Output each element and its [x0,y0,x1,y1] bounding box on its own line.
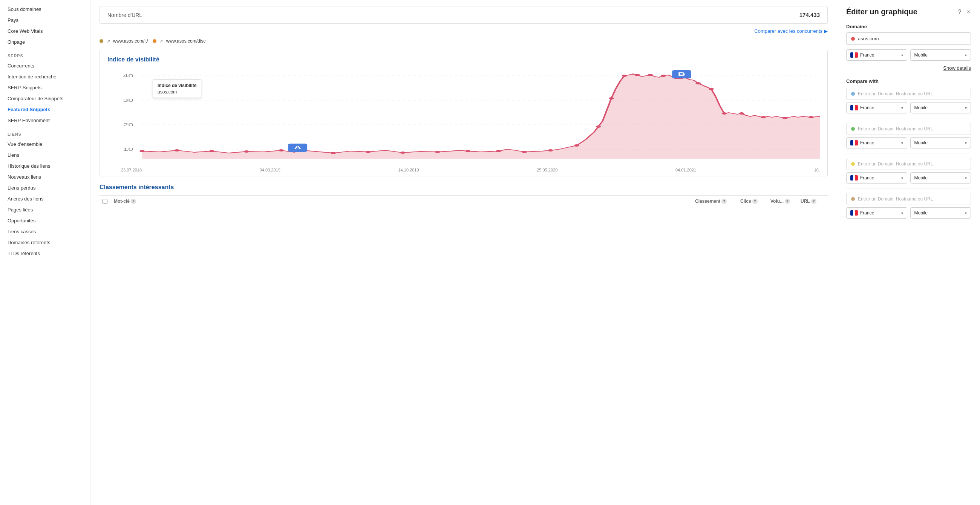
sidebar-item-domaines-referents[interactable]: Domaines référents [0,237,90,248]
compare-competitors-row[interactable]: Comparer avec les concurrents ▶ [100,28,828,34]
france-flag-icon [850,52,858,58]
compare-input-box-1[interactable]: Entrer un Domain, Hostname ou URL [846,88,971,100]
compare-dot-2 [851,127,855,131]
panel-title: Éditer un graphique [846,8,918,16]
chart-svg: 40 30 20 10 [107,68,820,166]
compare-flag-1 [850,105,858,110]
compare-input-box-3[interactable]: Entrer un Domain, Hostname ou URL [846,158,971,170]
chart-area[interactable]: Indice de visibilité asos.com 40 30 [107,68,820,166]
svg-point-17 [400,151,406,154]
col-classement: Classement ? [692,199,737,204]
sidebar-item-nouveaux-liens[interactable]: Nouveaux liens [0,172,90,183]
compare-device-chevron-1: ▾ [965,106,967,110]
col-url-help[interactable]: ? [811,199,816,204]
sidebar-item-liens[interactable]: Liens [0,149,90,160]
compare-country-chevron-4: ▾ [901,211,903,215]
svg-point-10 [174,149,180,151]
col-classement-help[interactable]: ? [721,199,727,204]
compare-dot-4 [851,197,855,201]
sidebar-item-opportunites[interactable]: Opportunités [0,215,90,226]
sidebar-item-onpage[interactable]: Onpage [0,37,90,48]
stat-bar-label: Nombre d'URL [107,12,142,18]
compare-device-select-1[interactable]: Mobile ▾ [910,102,971,113]
col-mot-cle: Mot-clé ? [111,199,692,204]
x-label-5: 04.01.2021 [675,168,696,172]
sidebar-item-concurrents[interactable]: Concurrents [0,60,90,71]
compare-input-group-1: Entrer un Domain, Hostname ou URL France… [846,88,971,113]
competitor-url-2: www.asos.com/disc [166,38,206,44]
chart-title: Indice de visibilité [107,56,820,63]
svg-point-11 [209,150,215,152]
sidebar-item-sous-domaines[interactable]: Sous domaines [0,4,90,15]
svg-text:A: A [294,145,302,150]
domain-label: Domaine [846,24,971,29]
compare-device-select-3[interactable]: Mobile ▾ [910,172,971,184]
compare-country-chevron-3: ▾ [901,176,903,180]
panel-help-button[interactable]: ? [958,8,962,16]
sidebar-item-tlds-referents[interactable]: TLDs référents [0,248,90,259]
sidebar-item-liens-perdus[interactable]: Liens perdus [0,183,90,193]
col-mot-cle-help[interactable]: ? [131,199,136,204]
col-url: URL ? [797,199,828,204]
compare-input-group-3: Entrer un Domain, Hostname ou URL France… [846,158,971,184]
col-mot-cle-label: Mot-clé [114,199,130,204]
compare-select-row-3: France ▾ Mobile ▾ [846,172,971,184]
x-label-6: 16. [814,168,820,172]
external-link-icon-2[interactable]: ↗ [159,38,164,44]
compare-placeholder-3: Entrer un Domain, Hostname ou URL [858,161,933,167]
competitor-url-1: www.asos.com/it/ [113,38,148,44]
svg-point-36 [783,117,788,119]
svg-point-16 [366,151,371,153]
col-checkbox [100,199,111,204]
external-link-icon-1[interactable]: ↗ [105,38,111,44]
sidebar-item-liens-casses[interactable]: Liens cassés [0,226,90,237]
col-classement-label: Classement [695,199,720,204]
sidebar-item-comparateur-snippets[interactable]: Comparateur de Snippets [0,93,90,104]
compare-country-chevron-2: ▾ [901,141,903,145]
select-all-checkbox[interactable] [102,199,107,204]
sidebar-item-intention-recherche[interactable]: Intention de recherche [0,71,90,82]
divider-1 [846,118,971,118]
compare-device-select-2[interactable]: Mobile ▾ [910,137,971,148]
sidebar-item-vue-ensemble[interactable]: Vue d'ensemble [0,139,90,149]
svg-point-19 [466,150,471,152]
compare-country-select-1[interactable]: France ▾ [846,102,907,113]
sidebar: Sous domaines Pays Core Web Vitals Onpag… [0,0,91,505]
compare-device-label-4: Mobile [915,210,928,216]
compare-input-box-2[interactable]: Entrer un Domain, Hostname ou URL [846,123,971,135]
compare-input-group-2: Entrer un Domain, Hostname ou URL France… [846,123,971,148]
col-url-label: URL [800,199,810,204]
sidebar-item-historique-liens[interactable]: Historique des liens [0,160,90,172]
sidebar-item-pays[interactable]: Pays [0,15,90,25]
compare-country-select-4[interactable]: France ▾ [846,207,907,219]
device-select[interactable]: Mobile ▾ [910,49,971,61]
sidebar-item-core-web-vitals[interactable]: Core Web Vitals [0,25,90,37]
sidebar-item-serp-snippets[interactable]: SERP-Snippets [0,82,90,93]
sidebar-item-pages-liees[interactable]: Pages liées [0,204,90,215]
show-details-link[interactable]: Show details [846,65,971,71]
svg-point-35 [760,116,766,118]
compare-country-chevron-1: ▾ [901,106,903,110]
col-clics: Clics ? [737,199,767,204]
col-volume-help[interactable]: ? [785,199,790,204]
compare-device-label-3: Mobile [915,175,928,181]
compare-country-label-4: France [860,210,874,216]
right-panel: Éditer un graphique ? × Domaine asos.com… [837,0,980,505]
compare-input-box-4[interactable]: Entrer un Domain, Hostname ou URL [846,193,971,205]
compare-country-select-3[interactable]: France ▾ [846,172,907,184]
col-clics-label: Clics [740,199,751,204]
col-clics-help[interactable]: ? [752,199,757,204]
sidebar-section-liens: LIENS [0,126,90,139]
sidebar-item-featured-snippets[interactable]: Featured Snippets [0,104,90,115]
compare-placeholder-1: Entrer un Domain, Hostname ou URL [858,91,933,97]
domain-value: asos.com [858,36,879,41]
svg-text:30: 30 [123,98,134,103]
compare-select-row-2: France ▾ Mobile ▾ [846,137,971,148]
sidebar-item-serp-environment[interactable]: SERP Environment [0,115,90,126]
compare-device-select-4[interactable]: Mobile ▾ [910,207,971,219]
x-label-3: 14.10.2019 [398,168,419,172]
panel-close-button[interactable]: × [966,8,971,16]
sidebar-item-ancres-liens[interactable]: Ancres des liens [0,193,90,204]
compare-country-select-2[interactable]: France ▾ [846,137,907,148]
country-select[interactable]: France ▾ [846,49,907,61]
